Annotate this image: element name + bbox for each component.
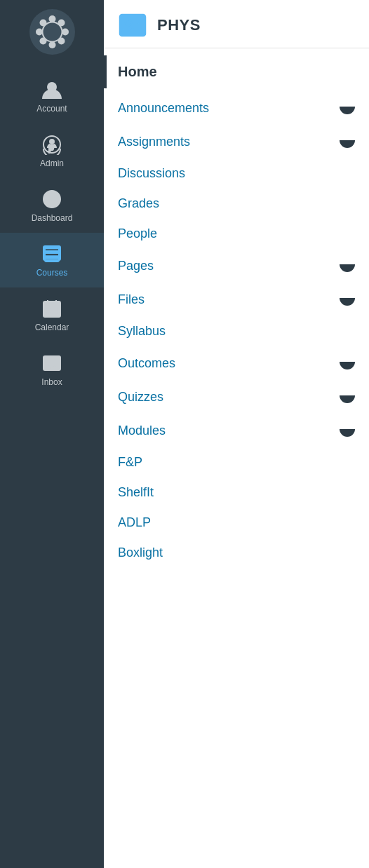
- nav-link-text-fp: F&P: [118, 455, 142, 470]
- account-icon: [41, 79, 63, 101]
- svg-point-26: [47, 308, 49, 311]
- nav-link-pages[interactable]: Pages: [104, 249, 369, 283]
- nav-link-text-announcements: Announcements: [118, 101, 209, 116]
- svg-point-39: [126, 20, 131, 25]
- courses-label: Courses: [36, 268, 68, 278]
- sidebar-item-courses[interactable]: Courses: [0, 233, 104, 287]
- sidebar-item-inbox[interactable]: Inbox: [0, 342, 104, 397]
- nav-badge-modules: [340, 421, 355, 440]
- dashboard-label: Dashboard: [32, 213, 73, 223]
- nav-badge-pages: [340, 257, 355, 275]
- svg-rect-47: [340, 290, 355, 298]
- nav-link-text-outcomes: Outcomes: [118, 356, 175, 371]
- nav-link-text-people: People: [118, 226, 157, 241]
- nav-link-quizzes[interactable]: Quizzes: [104, 380, 369, 414]
- nav-link-people[interactable]: People: [104, 219, 369, 249]
- course-nav: Home Announcements Assignments Discussio…: [104, 48, 369, 575]
- nav-link-shelfit[interactable]: ShelfIt: [104, 477, 369, 508]
- course-header: PHYS: [104, 0, 369, 48]
- main-content: PHYS Home Announcements Assignments Disc…: [104, 0, 369, 868]
- nav-link-text-quizzes: Quizzes: [118, 390, 163, 405]
- svg-point-3: [48, 41, 55, 48]
- inbox-icon: [41, 352, 63, 374]
- inbox-label: Inbox: [41, 377, 62, 387]
- course-title: PHYS: [157, 16, 201, 34]
- nav-link-text-boxlight: Boxlight: [118, 545, 163, 560]
- svg-rect-51: [340, 388, 355, 395]
- svg-point-5: [62, 28, 69, 35]
- nav-link-text-assignments: Assignments: [118, 135, 190, 149]
- svg-rect-38: [120, 15, 145, 36]
- svg-rect-49: [340, 354, 355, 362]
- nav-link-text-adlp: ADLP: [118, 515, 151, 530]
- nav-link-adlp[interactable]: ADLP: [104, 508, 369, 538]
- svg-rect-45: [340, 257, 355, 264]
- nav-link-modules[interactable]: Modules: [104, 414, 369, 447]
- svg-rect-53: [340, 421, 355, 429]
- nav-badge-files: [340, 290, 355, 308]
- svg-point-29: [47, 312, 49, 314]
- svg-point-30: [51, 312, 53, 314]
- svg-point-31: [55, 312, 58, 314]
- svg-point-28: [55, 308, 58, 311]
- sidebar-item-calendar[interactable]: Calendar: [0, 287, 104, 342]
- sidebar-item-dashboard[interactable]: Dashboard: [0, 178, 104, 233]
- svg-point-4: [36, 28, 43, 35]
- svg-point-9: [39, 37, 46, 44]
- nav-link-text-syllabus: Syllabus: [118, 324, 166, 339]
- nav-link-announcements[interactable]: Announcements: [104, 91, 369, 125]
- dashboard-icon: [41, 188, 63, 210]
- nav-badge-quizzes: [340, 388, 355, 406]
- nav-home[interactable]: Home: [104, 55, 369, 88]
- nav-link-boxlight[interactable]: Boxlight: [104, 538, 369, 568]
- svg-point-2: [48, 15, 55, 22]
- nav-link-assignments[interactable]: Assignments: [104, 125, 369, 158]
- calendar-icon: [41, 297, 63, 320]
- nav-link-files[interactable]: Files: [104, 283, 369, 316]
- courses-icon: [41, 243, 63, 265]
- course-image-icon: [118, 13, 147, 38]
- nav-link-text-pages: Pages: [118, 259, 154, 273]
- sidebar: Account Admin Dashboard: [0, 0, 104, 868]
- nav-badge-outcomes: [340, 354, 355, 372]
- svg-point-7: [58, 37, 65, 44]
- svg-rect-41: [340, 99, 355, 107]
- nav-links-container: Announcements Assignments DiscussionsGra…: [104, 91, 369, 568]
- svg-point-27: [51, 308, 53, 311]
- calendar-label: Calendar: [35, 323, 69, 332]
- sidebar-item-account[interactable]: Account: [0, 69, 104, 123]
- nav-badge-announcements: [340, 99, 355, 117]
- nav-link-outcomes[interactable]: Outcomes: [104, 346, 369, 380]
- canvas-logo[interactable]: [27, 7, 76, 56]
- svg-point-6: [39, 19, 46, 26]
- nav-link-text-modules: Modules: [118, 423, 166, 438]
- svg-point-11: [50, 140, 54, 144]
- svg-rect-43: [340, 133, 355, 140]
- nav-link-syllabus[interactable]: Syllabus: [104, 316, 369, 346]
- nav-link-text-files: Files: [118, 292, 145, 307]
- admin-label: Admin: [40, 158, 64, 168]
- account-label: Account: [36, 104, 67, 114]
- nav-link-text-shelfit: ShelfIt: [118, 485, 154, 500]
- nav-link-text-grades: Grades: [118, 196, 159, 211]
- nav-link-grades[interactable]: Grades: [104, 189, 369, 219]
- admin-icon: [41, 133, 63, 156]
- sidebar-item-admin[interactable]: Admin: [0, 123, 104, 178]
- nav-link-fp[interactable]: F&P: [104, 447, 369, 477]
- nav-link-discussions[interactable]: Discussions: [104, 158, 369, 189]
- svg-point-8: [58, 19, 65, 26]
- nav-link-text-discussions: Discussions: [118, 166, 185, 181]
- nav-badge-assignments: [340, 133, 355, 151]
